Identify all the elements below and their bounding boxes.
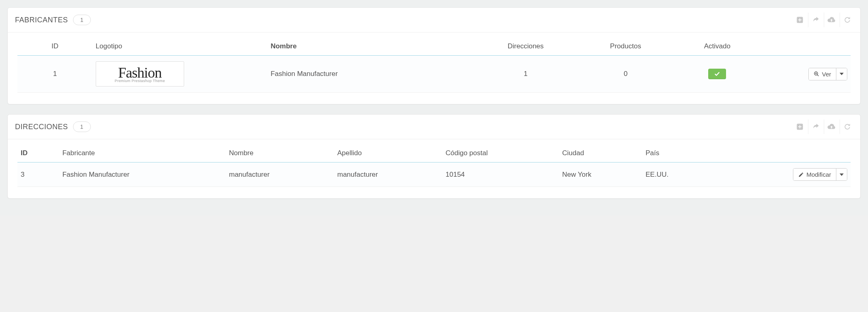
cell-name: Fashion Manufacturer xyxy=(267,56,476,93)
plus-square-icon xyxy=(796,123,804,131)
cell-actions: Modificar xyxy=(742,162,851,187)
cell-country: EE.UU. xyxy=(642,162,742,187)
cell-id: 3 xyxy=(17,162,59,187)
logo-subtitle: Premium Prestashop Theme xyxy=(115,79,165,83)
addresses-table: ID Fabricante Nombre Apellido Código pos… xyxy=(17,145,851,187)
active-toggle[interactable] xyxy=(708,69,726,79)
check-icon xyxy=(714,71,720,77)
addresses-header-row: ID Fabricante Nombre Apellido Código pos… xyxy=(17,145,851,162)
svg-marker-11 xyxy=(840,173,844,176)
plus-square-icon xyxy=(796,16,804,24)
manufacturers-panel: FABRICANTES 1 xyxy=(7,7,861,104)
view-button-label: Ver xyxy=(822,71,831,78)
addresses-count-badge: 1 xyxy=(73,121,91,132)
row-action-group: Modificar xyxy=(793,168,847,181)
cloud-upload-icon xyxy=(827,123,836,131)
col-zip[interactable]: Código postal xyxy=(443,145,559,162)
manufacturers-title: FABRICANTES xyxy=(15,16,68,24)
col-manufacturer[interactable]: Fabricante xyxy=(59,145,226,162)
pencil-icon xyxy=(798,172,804,178)
cell-logo: Fashion Premium Prestashop Theme xyxy=(92,56,267,93)
cell-active xyxy=(676,56,759,93)
cell-addresses: 1 xyxy=(476,56,576,93)
zoom-in-icon xyxy=(814,71,819,77)
refresh-icon xyxy=(843,123,851,131)
cell-actions: Ver xyxy=(759,56,851,93)
row-dropdown-toggle[interactable] xyxy=(836,169,847,180)
col-country[interactable]: País xyxy=(642,145,742,162)
col-lastname[interactable]: Apellido xyxy=(334,145,443,162)
caret-down-icon xyxy=(840,173,844,177)
addresses-toolbar xyxy=(793,119,855,134)
cell-zip: 10154 xyxy=(443,162,559,187)
col-products[interactable]: Productos xyxy=(576,38,675,56)
svg-line-4 xyxy=(817,75,819,76)
caret-down-icon xyxy=(840,72,844,76)
table-row[interactable]: 1 Fashion Premium Prestashop Theme Fashi… xyxy=(17,56,851,93)
col-firstname[interactable]: Nombre xyxy=(226,145,334,162)
col-active[interactable]: Activado xyxy=(676,38,759,56)
row-dropdown-toggle[interactable] xyxy=(836,68,847,80)
cell-id: 1 xyxy=(17,56,92,93)
cloud-upload-icon xyxy=(827,16,836,24)
row-action-group: Ver xyxy=(808,68,847,80)
addresses-title: DIRECCIONES xyxy=(15,123,68,131)
svg-rect-2 xyxy=(798,20,801,20)
col-id[interactable]: ID xyxy=(17,38,92,56)
cell-manufacturer: Fashion Manufacturer xyxy=(59,162,226,187)
svg-rect-10 xyxy=(798,126,801,127)
cloud-import-button[interactable] xyxy=(824,119,839,134)
manufacturers-table: ID Logotipo Nombre Direcciones Productos… xyxy=(17,38,851,93)
share-arrow-icon xyxy=(812,123,820,131)
col-name[interactable]: Nombre xyxy=(267,38,476,56)
manufacturer-logo: Fashion Premium Prestashop Theme xyxy=(96,61,184,87)
svg-marker-7 xyxy=(840,73,844,75)
export-button[interactable] xyxy=(808,119,823,134)
share-arrow-icon xyxy=(812,16,820,24)
col-id[interactable]: ID xyxy=(17,145,59,162)
cloud-import-button[interactable] xyxy=(824,13,839,27)
col-addresses[interactable]: Direcciones xyxy=(476,38,576,56)
manufacturers-count-badge: 1 xyxy=(73,15,91,25)
col-actions xyxy=(742,145,851,162)
view-button[interactable]: Ver xyxy=(809,68,836,80)
table-row[interactable]: 3 Fashion Manufacturer manufacturer manu… xyxy=(17,162,851,187)
cell-lastname: manufacturer xyxy=(334,162,443,187)
cell-products: 0 xyxy=(576,56,675,93)
add-button[interactable] xyxy=(793,13,807,27)
export-button[interactable] xyxy=(808,13,823,27)
refresh-icon xyxy=(843,16,851,24)
manufacturers-toolbar xyxy=(793,13,855,27)
addresses-panel: DIRECCIONES 1 xyxy=(7,114,861,199)
col-actions xyxy=(759,38,851,56)
col-logo[interactable]: Logotipo xyxy=(92,38,267,56)
cell-city: New York xyxy=(559,162,642,187)
edit-button[interactable]: Modificar xyxy=(793,169,836,180)
col-city[interactable]: Ciudad xyxy=(559,145,642,162)
refresh-button[interactable] xyxy=(840,13,855,27)
edit-button-label: Modificar xyxy=(806,171,831,178)
logo-text: Fashion xyxy=(118,65,161,80)
manufacturers-panel-header: FABRICANTES 1 xyxy=(8,8,860,32)
addresses-panel-header: DIRECCIONES 1 xyxy=(8,115,860,139)
cell-firstname: manufacturer xyxy=(226,162,334,187)
manufacturers-header-row: ID Logotipo Nombre Direcciones Productos… xyxy=(17,38,851,56)
refresh-button[interactable] xyxy=(840,119,855,134)
add-button[interactable] xyxy=(793,119,807,134)
